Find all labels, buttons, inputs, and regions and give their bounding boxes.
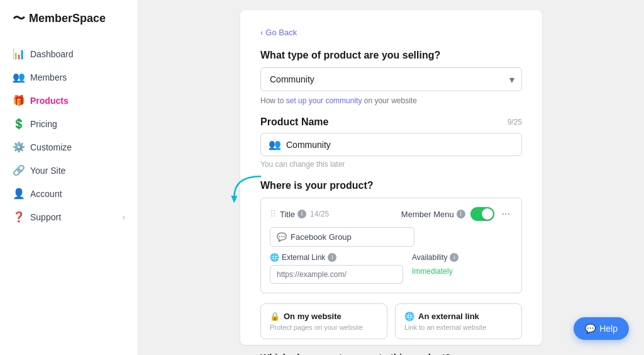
app-name: MemberSpace <box>29 12 106 25</box>
sidebar-item-products[interactable]: 🎁 Products <box>0 89 138 112</box>
help-label: Help <box>599 324 618 334</box>
availability-group: Availability i Immediately <box>412 253 513 284</box>
title-input-field[interactable] <box>291 232 408 242</box>
pricing-icon: 💲 <box>13 118 24 130</box>
plans-section: Which plans grant access to this product… <box>260 352 522 355</box>
location-choices: 🔒 On my website Protect pages on your we… <box>260 303 522 339</box>
section2-title: Product Name <box>260 116 328 128</box>
external-link-button[interactable]: 🌐 An external link Link to an external w… <box>395 303 522 339</box>
sidebar-item-label: Support <box>30 212 61 222</box>
title-input-area: 💬 <box>270 227 513 247</box>
location-box: ⠿ Title i 14/25 Member Menu i ··· <box>260 198 522 293</box>
section3-title: Where is your product? <box>260 180 522 191</box>
products-icon: 🎁 <box>13 94 24 106</box>
plans-title: Which plans grant access to this product… <box>260 352 522 355</box>
go-back-link[interactable]: ‹ Go Back <box>260 28 522 37</box>
title-char-count: 14/25 <box>310 210 329 218</box>
product-type-dropdown-wrapper: Community ▾ <box>260 67 522 91</box>
sidebar-item-label: Pricing <box>30 119 57 129</box>
account-icon: 👤 <box>13 188 24 200</box>
product-name-input-wrapper[interactable]: 👥 <box>260 133 522 156</box>
your-site-icon: 🔗 <box>13 164 24 176</box>
sidebar-item-your-site[interactable]: 🔗 Your Site <box>0 159 138 182</box>
sidebar-item-label: Customize <box>30 142 72 152</box>
sidebar-item-label: Dashboard <box>30 49 74 59</box>
title-input-box[interactable]: 💬 <box>270 227 414 247</box>
sidebar-item-customize[interactable]: ⚙️ Customize <box>0 135 138 159</box>
main-content: ‹ Go Back What type of product are you s… <box>138 0 644 355</box>
section1-title: What type of product are you selling? <box>260 50 522 61</box>
external-link-title: 🌐 An external link <box>404 312 513 321</box>
go-back-text: Go Back <box>265 28 297 37</box>
collapse-icon: ‹ <box>123 213 125 222</box>
availability-label: Availability i <box>412 253 513 262</box>
toggle-knob <box>482 208 493 220</box>
sidebar-item-members[interactable]: 👥 Members <box>0 65 138 89</box>
product-name-field[interactable] <box>286 140 514 150</box>
svg-marker-0 <box>231 196 237 203</box>
back-chevron-icon: ‹ <box>260 28 263 37</box>
title-info-icon[interactable]: i <box>297 210 306 218</box>
location-top-row: ⠿ Title i 14/25 Member Menu i ··· <box>270 207 513 221</box>
logo-icon: 〜 <box>13 10 25 27</box>
sidebar-nav: 📊 Dashboard 👥 Members 🎁 Products 💲 Prici… <box>0 37 138 355</box>
on-my-website-button[interactable]: 🔒 On my website Protect pages on your we… <box>260 303 387 339</box>
teal-arrow-icon <box>223 174 267 205</box>
external-link-info-icon[interactable]: i <box>328 253 336 262</box>
sidebar-item-dashboard[interactable]: 📊 Dashboard <box>0 42 138 65</box>
title-label: Title i <box>280 210 306 219</box>
product-name-char-count: 9/25 <box>508 118 522 127</box>
content-card: ‹ Go Back What type of product are you s… <box>240 10 542 345</box>
availability-link[interactable]: Immediately <box>412 267 453 276</box>
more-options-button[interactable]: ··· <box>499 207 513 221</box>
member-menu-toggle[interactable] <box>470 207 494 221</box>
sidebar-item-label: Products <box>30 96 69 106</box>
drag-icon: ⠿ <box>270 209 276 219</box>
arrow-area: Where is your product? <box>260 180 522 191</box>
app-logo: 〜 MemberSpace <box>0 0 138 37</box>
product-type-select[interactable]: Community <box>260 67 522 91</box>
member-menu-info-icon[interactable]: i <box>457 210 465 218</box>
chat-icon: 💬 <box>277 232 287 242</box>
sidebar-item-account[interactable]: 👤 Account <box>0 182 138 205</box>
external-icon: 🌐 <box>404 312 414 321</box>
sidebar-item-label: Account <box>30 189 62 199</box>
globe-icon: 🌐 <box>270 253 279 262</box>
can-change-text: You can change this later <box>260 160 522 169</box>
availability-info-icon[interactable]: i <box>450 253 458 262</box>
help-button[interactable]: 💬 Help <box>574 317 629 340</box>
dashboard-icon: 📊 <box>13 48 24 60</box>
sidebar-item-support[interactable]: ❓ Support ‹ <box>0 205 138 228</box>
hint-link[interactable]: set up your community <box>286 96 362 105</box>
product-name-header: Product Name 9/25 <box>260 116 522 128</box>
external-link-label: 🌐 External Link i <box>270 253 403 262</box>
members-icon: 👥 <box>13 71 24 83</box>
sidebar-item-label: Your Site <box>30 166 65 176</box>
hint-text: How to set up your community on your web… <box>260 96 522 105</box>
sidebar-item-label: Members <box>30 72 67 82</box>
external-link-input[interactable] <box>270 265 403 284</box>
support-icon: ❓ <box>13 211 24 223</box>
member-menu-label: Member Menu i <box>401 210 465 219</box>
sidebar-item-pricing[interactable]: 💲 Pricing <box>0 112 138 135</box>
customize-icon: ⚙️ <box>13 141 24 153</box>
external-link-desc: Link to an external website <box>404 324 513 331</box>
fields-row: 🌐 External Link i Availability i Immedia… <box>270 253 513 284</box>
lock-icon: 🔒 <box>270 312 280 321</box>
sidebar: 〜 MemberSpace 📊 Dashboard 👥 Members 🎁 Pr… <box>0 0 138 355</box>
on-website-desc: Protect pages on your website <box>270 324 378 331</box>
external-link-group: 🌐 External Link i <box>270 253 403 284</box>
on-website-title: 🔒 On my website <box>270 312 378 321</box>
help-icon: 💬 <box>585 324 596 334</box>
community-icon: 👥 <box>269 138 281 150</box>
